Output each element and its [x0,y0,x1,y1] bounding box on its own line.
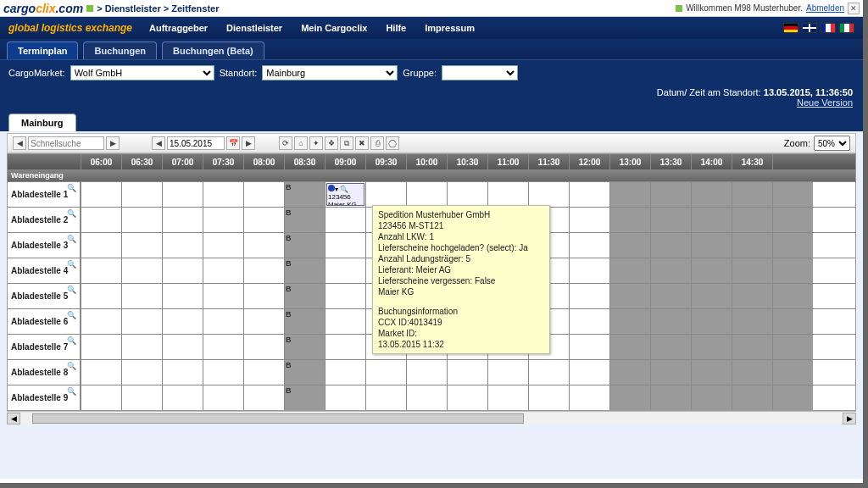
nav-hilfe[interactable]: Hilfe [386,23,406,33]
schedule-cell[interactable] [406,360,447,385]
schedule-cell[interactable] [81,385,121,410]
location-select[interactable]: Mainburg [262,65,398,80]
schedule-cell[interactable] [487,385,528,410]
schedule-cell[interactable] [203,233,243,258]
tab-buchungen[interactable]: Buchungen [83,42,157,59]
schedule-cell[interactable] [121,335,162,359]
schedule-cell[interactable] [650,233,691,258]
market-select[interactable]: Wolf GmbH [70,65,214,80]
schedule-cell[interactable] [81,258,121,283]
schedule-cell[interactable] [569,258,609,283]
settings-icon[interactable]: ◯ [386,136,399,150]
schedule-cell[interactable] [732,233,772,258]
schedule-cell[interactable] [569,385,609,410]
schedule-cell[interactable] [81,284,121,308]
calendar-icon[interactable]: 📅 [226,136,240,150]
schedule-cell[interactable] [81,233,121,258]
schedule-cell[interactable] [528,385,569,410]
magnify-icon[interactable]: 🔍 [67,286,76,294]
schedule-cell[interactable]: B [284,233,325,258]
schedule-cell[interactable] [650,284,691,308]
schedule-cell[interactable] [121,360,162,385]
magnify-icon[interactable]: 🔍 [67,209,76,218]
magnify-icon[interactable]: 🔍 [67,362,76,370]
nav-dienstleister[interactable]: Dienstleister [226,23,282,33]
schedule-cell[interactable] [162,309,203,334]
breadcrumb[interactable]: > Dienstleister > Zeitfenster [97,3,219,14]
schedule-cell[interactable] [325,385,365,410]
schedule-cell[interactable] [203,182,243,207]
schedule-cell[interactable] [243,182,284,207]
schedule-cell[interactable] [81,309,121,334]
schedule-cell[interactable] [81,360,121,385]
schedule-cell[interactable] [528,182,569,207]
schedule-cell[interactable]: B [284,182,325,207]
schedule-cell[interactable] [406,385,447,410]
magnify-icon[interactable]: 🔍 [67,184,76,192]
schedule-cell[interactable] [609,284,650,308]
schedule-cell[interactable] [162,360,203,385]
schedule-cell[interactable] [243,360,284,385]
schedule-cell[interactable] [121,233,162,258]
schedule-cell[interactable] [162,385,203,410]
schedule-cell[interactable] [772,208,813,232]
schedule-cell[interactable] [203,208,243,232]
booking-block[interactable]: ▾ 🔍123456Maier KG M [326,183,364,206]
schedule-cell[interactable] [121,385,162,410]
magnify-icon[interactable]: 🔍 [67,235,76,243]
schedule-cell[interactable] [203,258,243,283]
scroll-right-icon[interactable]: ▶ [843,413,856,424]
quicksearch-input[interactable] [28,136,104,150]
schedule-cell[interactable] [772,385,813,410]
row-label[interactable]: Abladestelle 7🔍 [8,335,81,359]
schedule-cell[interactable] [609,233,650,258]
horizontal-scrollbar[interactable]: ◀ ▶ [7,411,856,424]
schedule-cell[interactable] [243,284,284,308]
schedule-cell[interactable] [569,309,609,334]
schedule-cell[interactable] [569,182,609,207]
schedule-cell[interactable] [772,284,813,308]
schedule-cell[interactable] [325,284,365,308]
nav-mein-cargoclix[interactable]: Mein Cargoclix [301,23,367,33]
refresh-icon[interactable]: ⟳ [279,136,292,150]
magnify-icon[interactable]: 🔍 [67,311,76,319]
schedule-cell[interactable] [772,182,813,207]
schedule-cell[interactable] [203,335,243,359]
schedule-cell[interactable] [691,208,732,232]
schedule-cell[interactable] [325,335,365,359]
schedule-cell[interactable] [121,182,162,207]
schedule-cell[interactable]: B [284,385,325,410]
schedule-cell[interactable] [650,182,691,207]
scroll-track[interactable] [20,413,843,424]
schedule-cell[interactable] [772,335,813,359]
delete-icon[interactable]: ✖ [355,136,369,150]
schedule-cell[interactable] [162,208,203,232]
schedule-cell[interactable] [691,385,732,410]
schedule-cell[interactable] [162,233,203,258]
schedule-cell[interactable] [447,360,487,385]
nav-impressum[interactable]: Impressum [425,23,475,33]
schedule-cell[interactable] [203,360,243,385]
schedule-cell[interactable] [325,309,365,334]
schedule-cell[interactable] [487,360,528,385]
window-close-icon[interactable]: ✕ [848,3,860,14]
schedule-cell[interactable] [325,208,365,232]
schedule-cell[interactable] [691,233,732,258]
row-label[interactable]: Abladestelle 3🔍 [8,233,81,258]
schedule-cell[interactable] [243,385,284,410]
flag-it-icon[interactable] [839,23,854,33]
tab-terminplan[interactable]: Terminplan [7,42,78,59]
schedule-cell[interactable] [121,208,162,232]
schedule-cell[interactable] [569,284,609,308]
home-icon[interactable]: ⌂ [294,136,308,150]
schedule-cell[interactable] [732,385,772,410]
schedule-cell[interactable] [732,208,772,232]
schedule-cell[interactable] [650,258,691,283]
schedule-cell[interactable] [81,335,121,359]
schedule-cell[interactable] [243,309,284,334]
search-prev-icon[interactable]: ◀ [13,136,26,150]
scroll-thumb[interactable] [32,413,524,424]
schedule-cell[interactable] [650,335,691,359]
schedule-cell[interactable] [609,258,650,283]
schedule-cell[interactable] [243,208,284,232]
